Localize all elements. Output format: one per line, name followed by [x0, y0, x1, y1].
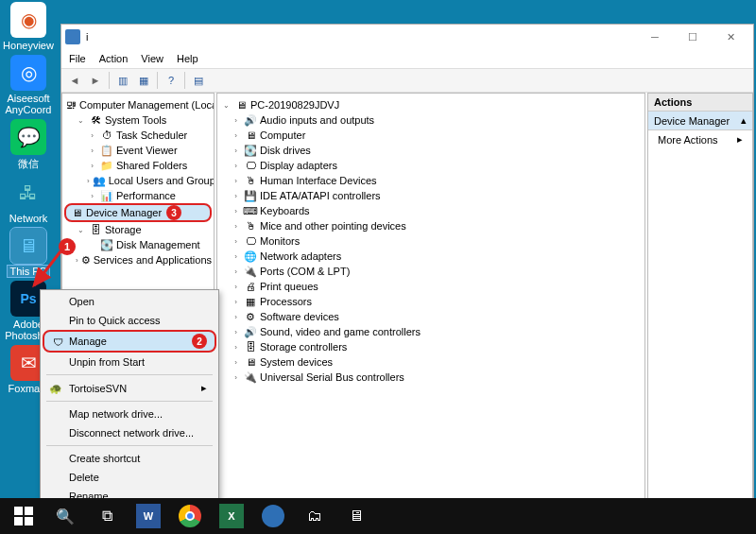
actions-subheader[interactable]: Device Manager▴ — [648, 112, 752, 130]
expand-icon[interactable]: › — [87, 191, 97, 201]
device-category[interactable]: ›🖵Display adapters — [219, 158, 643, 173]
expand-icon[interactable]: › — [231, 342, 241, 353]
expand-icon[interactable]: › — [231, 176, 241, 186]
expand-icon[interactable]: › — [231, 191, 241, 201]
start-button[interactable] — [4, 500, 43, 532]
device-category[interactable]: ›🖥Computer — [219, 128, 643, 143]
device-category[interactable]: ›🌐Network adapters — [219, 249, 643, 264]
tree-system-tools[interactable]: ⌄🛠System Tools — [64, 112, 212, 128]
tree-local-users[interactable]: ›👥Local Users and Groups — [64, 173, 212, 188]
ctx-pin-quick-access[interactable]: Pin to Quick access — [43, 311, 216, 330]
titlebar: i ─ ☐ ✕ — [61, 25, 753, 49]
expand-icon[interactable]: › — [87, 161, 97, 171]
expand-icon[interactable]: › — [231, 251, 241, 262]
expand-icon[interactable]: › — [231, 327, 241, 337]
device-category[interactable]: ›💽Disk drives — [219, 143, 643, 158]
tree-performance[interactable]: ›📊Performance — [64, 188, 212, 203]
collapse-icon[interactable]: ⌄ — [76, 225, 86, 235]
menu-view[interactable]: View — [141, 53, 163, 64]
taskbar-app-blue[interactable] — [253, 500, 293, 532]
back-button[interactable]: ◄ — [65, 71, 84, 90]
expand-icon[interactable]: › — [231, 282, 241, 292]
device-category[interactable]: ›🖱Human Interface Devices — [219, 173, 643, 188]
desktop-icon-aiseesoft[interactable]: ◎Aiseesoft AnyCoord — [2, 55, 55, 115]
device-category[interactable]: ›🔊Audio inputs and outputs — [219, 112, 643, 128]
device-category[interactable]: ›▦Processors — [219, 294, 643, 309]
desktop-icon-wechat[interactable]: 💬微信 — [2, 119, 55, 171]
ctx-tortoisesvn[interactable]: 🐢TortoiseSVN▸ — [43, 378, 216, 398]
tree-disk-management[interactable]: 💽Disk Management — [64, 237, 212, 252]
tree-event-viewer[interactable]: ›📋Event Viewer — [64, 143, 212, 158]
show-hide-tree-button[interactable]: ▥ — [113, 71, 132, 90]
device-category[interactable]: ›🔌Universal Serial Bus controllers — [219, 370, 643, 385]
taskbar-chrome[interactable] — [170, 500, 210, 532]
ctx-map-network-drive[interactable]: Map network drive... — [43, 405, 216, 423]
taskbar-excel[interactable]: X — [212, 500, 251, 532]
device-category[interactable]: ›🖨Print queues — [219, 279, 643, 294]
expand-icon[interactable]: › — [231, 221, 241, 232]
taskbar-mmc[interactable]: 🖥 — [336, 500, 376, 532]
device-category[interactable]: ›🖱Mice and other pointing devices — [219, 218, 643, 233]
minimize-button[interactable]: ─ — [636, 26, 674, 48]
expand-icon[interactable]: › — [87, 130, 97, 141]
forward-button[interactable]: ► — [86, 71, 105, 90]
device-category[interactable]: ›🗄Storage controllers — [219, 339, 643, 354]
help-button[interactable]: ? — [162, 71, 180, 90]
device-category[interactable]: ›⌨Keyboards — [219, 203, 643, 218]
actions-more[interactable]: More Actions▸ — [648, 130, 752, 148]
desktop-icon-network[interactable]: 🖧Network — [2, 175, 55, 224]
tree-shared-folders[interactable]: ›📁Shared Folders — [64, 158, 212, 173]
category-icon: 🖱 — [244, 174, 257, 187]
category-label: Display adapters — [260, 160, 337, 171]
scan-button[interactable]: ▤ — [189, 71, 208, 90]
ctx-create-shortcut[interactable]: Create shortcut — [43, 449, 216, 468]
category-icon: 🗄 — [244, 340, 257, 353]
ctx-manage[interactable]: 🛡Manage2 — [43, 330, 216, 353]
close-button[interactable]: ✕ — [712, 26, 749, 48]
task-view-button[interactable]: ⧉ — [87, 500, 127, 532]
menu-file[interactable]: File — [69, 53, 86, 64]
collapse-icon[interactable]: ⌄ — [76, 115, 86, 126]
device-category[interactable]: ›🖥System devices — [219, 354, 643, 370]
expand-icon[interactable]: › — [231, 115, 241, 126]
tree-storage[interactable]: ⌄🗄Storage — [64, 222, 212, 237]
category-icon: 🖨 — [244, 280, 257, 293]
ctx-disconnect-network-drive[interactable]: Disconnect network drive... — [43, 423, 216, 442]
device-category[interactable]: ›🔊Sound, video and game controllers — [219, 324, 643, 339]
expand-icon[interactable]: › — [231, 161, 241, 171]
device-category[interactable]: ›💾IDE ATA/ATAPI controllers — [219, 188, 643, 203]
device-category[interactable]: ›⚙Software devices — [219, 309, 643, 324]
properties-button[interactable]: ▦ — [134, 71, 153, 90]
desktop-icon-honeyview[interactable]: ◉Honeyview — [2, 2, 55, 51]
clock-icon: ⏱ — [100, 129, 113, 142]
expand-icon[interactable]: › — [231, 146, 241, 156]
menu-action[interactable]: Action — [99, 53, 129, 64]
ctx-unpin-start[interactable]: Unpin from Start — [43, 353, 216, 371]
device-tree-root[interactable]: ⌄🖥PC-20190829JDVJ — [219, 97, 643, 112]
expand-icon[interactable]: › — [231, 297, 241, 307]
expand-icon[interactable]: › — [231, 206, 241, 216]
tree-device-manager[interactable]: 🖥Device Manager3 — [64, 203, 212, 222]
expand-icon[interactable]: › — [231, 372, 241, 383]
expand-icon[interactable]: › — [87, 146, 97, 156]
expand-icon[interactable]: › — [231, 357, 241, 368]
taskbar-word[interactable]: W — [129, 500, 168, 532]
maximize-button[interactable]: ☐ — [674, 26, 712, 48]
expand-icon[interactable]: › — [76, 255, 78, 266]
expand-icon[interactable]: › — [231, 267, 241, 277]
taskbar-explorer[interactable]: 🗂 — [295, 500, 335, 532]
tree-task-scheduler[interactable]: ›⏱Task Scheduler — [64, 128, 212, 143]
search-button[interactable]: 🔍 — [45, 500, 85, 532]
ctx-delete[interactable]: Delete — [43, 468, 216, 487]
menu-help[interactable]: Help — [177, 53, 198, 64]
expand-icon[interactable]: › — [87, 176, 90, 186]
device-category[interactable]: ›🔌Ports (COM & LPT) — [219, 264, 643, 279]
collapse-icon[interactable]: ⌄ — [221, 100, 232, 111]
ctx-open[interactable]: Open — [43, 292, 216, 311]
expand-icon[interactable]: › — [231, 236, 241, 247]
expand-icon[interactable]: › — [231, 312, 241, 322]
tree-services-apps[interactable]: ›⚙Services and Applications — [64, 252, 212, 267]
device-category[interactable]: ›🖵Monitors — [219, 233, 643, 249]
tree-root[interactable]: 🖳Computer Management (Local — [64, 97, 212, 112]
expand-icon[interactable]: › — [231, 130, 241, 141]
